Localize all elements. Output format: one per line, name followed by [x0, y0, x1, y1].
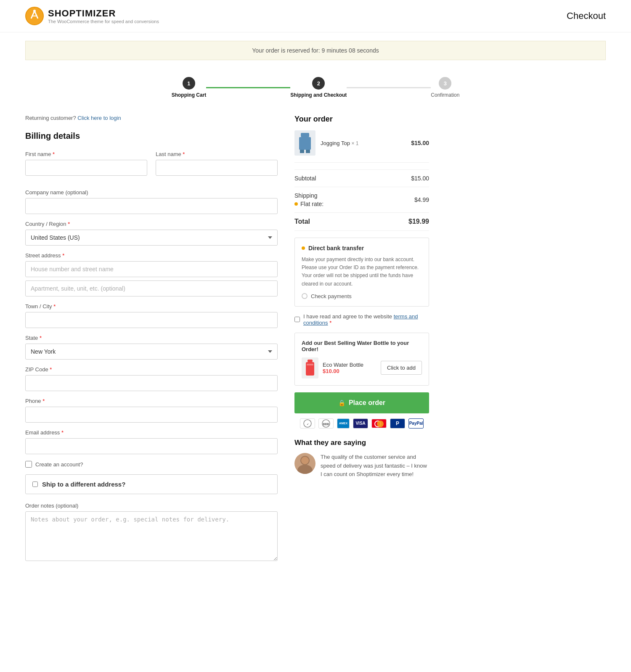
check-payments-radio[interactable]: [302, 293, 308, 299]
reservation-bar: Your order is reserved for: 9 minutes 08…: [25, 41, 606, 60]
trust-badges: ✓ BBB AMEX VISA P PayPal: [294, 418, 429, 429]
left-panel: Returning customer? Click here to login …: [25, 115, 278, 568]
city-group: Town / City *: [25, 303, 278, 328]
first-name-input[interactable]: [25, 160, 147, 176]
street-input[interactable]: [25, 261, 278, 277]
payment-method-label: Direct bank transfer: [308, 245, 364, 251]
water-bottle-icon: [304, 360, 316, 376]
checkout-steps: 1 Shopping Cart 2 Shipping and Checkout …: [0, 69, 631, 106]
place-order-button[interactable]: 🔒 Place order: [294, 392, 429, 413]
terms-row: I have read and agree to the website ter…: [294, 313, 429, 326]
country-select[interactable]: United States (US): [25, 230, 278, 246]
city-label: Town / City *: [25, 303, 278, 310]
upsell-price: $10.00: [323, 368, 376, 374]
right-panel: Your order Jogging Top × 1: [294, 115, 429, 568]
email-input[interactable]: [25, 438, 278, 454]
first-name-group: First name *: [25, 151, 147, 176]
total-label: Total: [294, 218, 310, 225]
reservation-text: Your order is reserved for: 9 minutes 08…: [252, 47, 379, 54]
total-row: Total $19.99: [294, 213, 429, 230]
item-name: Jogging Top × 1: [321, 140, 359, 146]
svg-rect-3: [299, 137, 311, 150]
city-input[interactable]: [25, 312, 278, 328]
create-account-checkbox[interactable]: [25, 461, 32, 468]
logo-name: SHOPTIMIZER: [48, 8, 159, 19]
testimonial-text: The quality of the customer service and …: [321, 453, 429, 479]
last-name-label: Last name *: [156, 151, 278, 157]
phone-input[interactable]: [25, 407, 278, 423]
apt-input[interactable]: [25, 280, 278, 296]
testimonials-title: What they are saying: [294, 439, 429, 447]
payment-dot: [302, 246, 305, 250]
email-group: Email address *: [25, 429, 278, 454]
svg-rect-5: [306, 150, 310, 153]
street-label: Street address *: [25, 252, 278, 259]
add-to-order-button[interactable]: Click to add: [381, 361, 422, 375]
shipping-row: Shipping Flat rate: $4.99: [294, 187, 429, 213]
email-label: Email address *: [25, 429, 278, 436]
terms-checkbox[interactable]: [294, 317, 300, 322]
badge-secure: ✓: [300, 418, 315, 429]
company-group: Company name (optional): [25, 189, 278, 214]
payment-alt[interactable]: Check payments: [302, 293, 422, 299]
svg-rect-4: [300, 150, 304, 153]
payment-desc: Make your payment directly into our bank…: [302, 256, 422, 288]
flat-rate-dot: [294, 202, 298, 206]
zip-group: ZIP Code *: [25, 366, 278, 391]
step-2-circle: 2: [312, 77, 325, 90]
flat-rate-row: Flat rate:: [294, 201, 323, 207]
flat-rate-label: Flat rate:: [300, 201, 323, 207]
avatar-image: [294, 453, 316, 474]
shipping-sub: Shipping Flat rate:: [294, 192, 323, 207]
order-item: Jogging Top × 1 $15.00: [294, 130, 429, 163]
payment-method: Direct bank transfer: [302, 245, 422, 251]
svg-point-1: [33, 10, 36, 12]
logo[interactable]: SHOPTIMIZER The WooCommerce theme for sp…: [25, 7, 159, 25]
company-input[interactable]: [25, 198, 278, 214]
ship-different-label[interactable]: Ship to a different address?: [42, 481, 125, 488]
step-1-circle: 1: [183, 77, 195, 90]
step-line-2: [347, 87, 431, 88]
lock-icon: 🔒: [338, 399, 345, 406]
flat-rate-value: $4.99: [414, 196, 429, 203]
badge-amex: AMEX: [337, 418, 350, 429]
logo-icon: [25, 7, 44, 25]
phone-group: Phone *: [25, 398, 278, 423]
last-name-group: Last name *: [156, 151, 278, 176]
upsell-box: Add our Best Selling Water Bottle to you…: [294, 333, 429, 386]
upsell-name: Eco Water Bottle: [323, 362, 376, 368]
item-price: $15.00: [411, 140, 429, 146]
login-link[interactable]: Click here to login: [77, 115, 121, 121]
returning-customer: Returning customer? Click here to login: [25, 115, 278, 121]
order-title: Your order: [294, 115, 429, 124]
last-name-input[interactable]: [156, 160, 278, 176]
phone-label: Phone *: [25, 398, 278, 404]
terms-label: I have read and agree to the website ter…: [303, 313, 429, 326]
order-item-info: Jogging Top × 1: [294, 130, 359, 156]
state-group: State * New York: [25, 335, 278, 360]
badge-visa: VISA: [353, 418, 368, 429]
order-notes-group: Order notes (optional): [25, 503, 278, 561]
badge-paypal-p: P: [390, 418, 405, 429]
step-1-label: Shopping Cart: [172, 92, 207, 98]
step-1: 1 Shopping Cart: [172, 77, 207, 98]
subtotal-row: Subtotal $15.00: [294, 170, 429, 187]
step-3-label: Confirmation: [431, 92, 459, 98]
subtotal-value: $15.00: [411, 175, 429, 182]
zip-input[interactable]: [25, 375, 278, 391]
upsell-item: Eco Water Bottle $10.00 Click to add: [302, 357, 422, 378]
order-notes-input[interactable]: [25, 511, 278, 561]
svg-rect-6: [308, 360, 313, 362]
svg-text:✓: ✓: [306, 423, 308, 426]
company-label: Company name (optional): [25, 189, 278, 196]
upsell-title: Add our Best Selling Water Bottle to you…: [302, 340, 422, 352]
shipping-label: Shipping: [294, 192, 323, 199]
name-row: First name * Last name *: [25, 151, 278, 183]
svg-rect-2: [301, 133, 309, 137]
order-totals: Subtotal $15.00 Shipping Flat rate: $4.9…: [294, 169, 429, 231]
check-payments-label: Check payments: [311, 293, 352, 299]
upsell-image: [302, 357, 318, 378]
ship-different-checkbox[interactable]: [32, 482, 38, 487]
state-select[interactable]: New York: [25, 344, 278, 360]
create-account-label[interactable]: Create an account?: [35, 461, 83, 468]
